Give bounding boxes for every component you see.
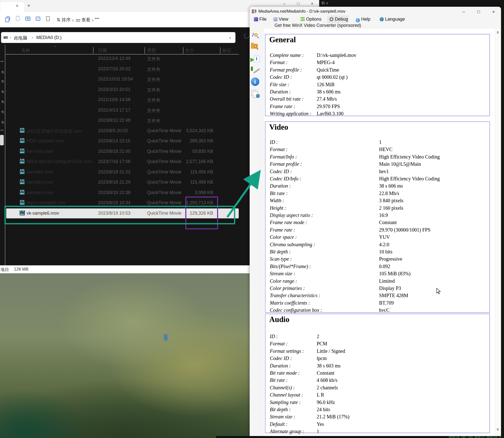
clapperboard-top: [20, 200, 25, 201]
row-date: 2021/10/6 14:58: [98, 97, 130, 102]
scroll-down-icon[interactable]: ∨: [496, 427, 499, 432]
column-header-name[interactable]: 名称: [21, 47, 30, 53]
table-row-file[interactable]: MOVsample3.mov2023/8/18 21:29QuickTime M…: [5, 177, 239, 187]
property-value: Lavf60.3.100: [317, 111, 344, 117]
share-button[interactable]: ↗: [35, 16, 41, 22]
clapperboard-top: [20, 149, 25, 150]
table-row-folder[interactable]: 2022/10/31 19:54文件夹: [5, 74, 239, 84]
table-row-folder[interactable]: 2021/4/13 17:17文件夹: [5, 105, 239, 115]
explorer-close-button[interactable]: ×: [311, 1, 313, 6]
table-row-folder[interactable]: 2023/7/16 20:02文件夹: [5, 64, 239, 74]
property-label: Format :: [270, 341, 288, 347]
nav-scrollbar-thumb[interactable]: [0, 135, 4, 145]
settings-icon[interactable]: [250, 66, 261, 76]
table-row-file[interactable]: MOVhdr-vivid.mov2023/8/18 21:00QuickTime…: [5, 146, 239, 157]
table-row-file[interactable]: MOVMISA-Mozart-GMajorKV525.mov2023/7/16 …: [5, 157, 239, 167]
column-separator[interactable]: [183, 47, 183, 54]
nav-pane-divider: [5, 45, 5, 267]
property-label: Height :: [270, 205, 286, 211]
row-date: 2023/8/18 22:38: [98, 190, 130, 195]
more-options-button[interactable]: •••: [95, 16, 99, 20]
menu-language[interactable]: Language: [380, 17, 405, 23]
explorer-maximize-button[interactable]: □: [297, 1, 300, 6]
menu-view[interactable]: View: [273, 17, 288, 23]
property-label: Format/Info :: [270, 154, 297, 160]
column-separator[interactable]: [145, 47, 145, 54]
sponsored-link[interactable]: Get free WinX Video Converter (sponsored…: [274, 23, 361, 28]
open-file-icon[interactable]: ♪: [250, 30, 261, 40]
property-label: Color primaries :: [270, 285, 305, 291]
copy-button[interactable]: [5, 16, 11, 22]
table-row-file[interactable]: MOVsample2.mov2023/8/18 21:22QuickTime M…: [5, 167, 239, 177]
explorer-minimize-button[interactable]: –: [283, 1, 285, 6]
property-value: 2 160 pixels: [379, 205, 403, 211]
property-label: Duration :: [270, 89, 291, 95]
row-date: 2023/3/10 20:51: [98, 87, 130, 92]
status-items-label: 项目: [0, 267, 9, 273]
row-size: 115,469 KB: [178, 180, 213, 185]
property-value: Progressive: [379, 256, 402, 262]
delete-button[interactable]: [45, 16, 51, 22]
menu-debug[interactable]: Debug: [329, 17, 348, 23]
table-row-file[interactable]: MOV2023五壹端午苏杭游览.mov2023/8/5 20:02QuickTi…: [5, 126, 239, 136]
mediainfo-minimize-button[interactable]: –: [463, 9, 465, 14]
menu-options[interactable]: Options: [301, 17, 321, 23]
breadcrumb-this-pc[interactable]: 此电脑: [14, 35, 27, 41]
new-tab-button[interactable]: +: [27, 3, 30, 9]
table-row-file[interactable]: MOVHDR-sample1.mov2023/8/14 23:15QuickTi…: [5, 136, 239, 146]
property-value: 0.092: [379, 264, 390, 269]
pin-icon: [1, 80, 4, 83]
column-header-size[interactable]: 大小: [185, 47, 194, 53]
property-value: Constant: [379, 220, 397, 225]
mediainfo-close-button[interactable]: ×: [492, 9, 495, 14]
nav-item-dash: [0, 61, 3, 62]
table-row-file[interactable]: MOVsample4.mov2023/8/18 22:38QuickTime M…: [5, 188, 239, 198]
copy-icon: [6, 16, 10, 20]
column-separator[interactable]: [93, 47, 93, 54]
row-type: QuickTime Movie: [147, 159, 181, 164]
address-dropdown-icon[interactable]: ∨: [229, 36, 231, 40]
paste-button[interactable]: [15, 16, 21, 22]
table-row-folder[interactable]: 2022/12/4 12:49文件夹: [5, 53, 239, 64]
mediainfo-title: MediaArea.net/MediaInfo - D:\vk-sample6.…: [258, 9, 346, 14]
tab-close-icon[interactable]: ×: [16, 3, 18, 8]
row-type: 文件夹: [147, 77, 160, 82]
web-copy-icon[interactable]: [250, 89, 261, 99]
mediainfo-maximize-button[interactable]: □: [477, 9, 480, 14]
property-label: Duration :: [270, 183, 291, 189]
scrollbar-track[interactable]: [495, 29, 501, 436]
refresh-icon[interactable]: [243, 33, 250, 40]
mouse-cursor: [436, 288, 442, 295]
table-row-folder[interactable]: 2023/8/12 22:48文件夹: [5, 115, 239, 125]
about-icon[interactable]: i: [250, 78, 261, 87]
menu-help[interactable]: i Help: [356, 17, 370, 23]
screen: × + A| ↗ ⇅ 排序 ∨ 查看 ∨ ••• › 此电脑 › MEDIA0 …: [0, 0, 504, 438]
clapperboard-top: [20, 169, 25, 171]
table-row-folder[interactable]: 2023/3/10 20:51文件夹: [5, 84, 239, 95]
breadcrumb-drive[interactable]: MEDIA0 (D:): [36, 35, 62, 40]
desktop-background: [319, 0, 504, 7]
table-row-folder[interactable]: 2021/10/6 14:58文件夹: [5, 95, 239, 105]
open-folder-icon[interactable]: [250, 42, 261, 52]
toolbar-separator: [91, 14, 91, 24]
column-separator[interactable]: [220, 47, 220, 54]
column-header-type[interactable]: 类型: [147, 47, 156, 53]
rename-button[interactable]: A|: [25, 16, 31, 22]
sort-button[interactable]: ⇅ 排序 ∨: [57, 17, 74, 23]
property-value: D:\vk-sample6.mov: [317, 52, 356, 58]
property-label: Display aspect ratio :: [270, 212, 313, 218]
mediainfo-logo-icon: ))): [252, 9, 257, 14]
export-info-icon[interactable]: i: [250, 55, 261, 65]
section-general: GeneralComplete name :D:\vk-sample6.movF…: [265, 34, 490, 116]
column-header-tag[interactable]: 标记: [222, 47, 231, 53]
menu-file[interactable]: File: [254, 17, 267, 23]
row-name: HDR-sample1.mov: [27, 138, 64, 144]
explorer-active-tab[interactable]: [0, 1, 25, 12]
column-header-date[interactable]: 日期: [98, 47, 107, 53]
row-type: 文件夹: [147, 108, 160, 114]
row-name: hdr-vivid.mov: [27, 149, 53, 154]
clapperboard-top: [20, 138, 25, 140]
scroll-up-icon[interactable]: ∧: [496, 30, 499, 35]
property-value: hev1: [379, 169, 389, 174]
property-value: Limited: [379, 278, 395, 284]
